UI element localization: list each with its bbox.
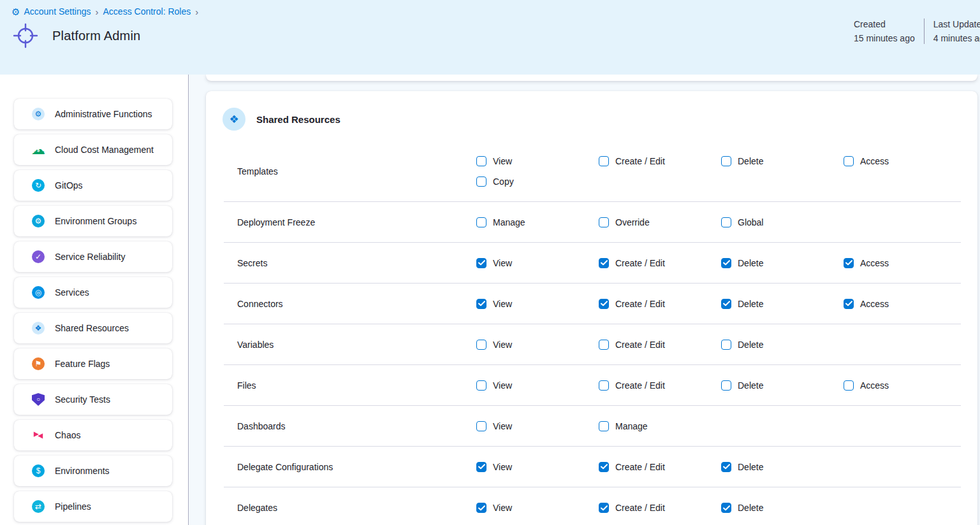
checkbox-deployment-freeze-global[interactable] [721,217,731,227]
permission-cell: View [476,380,599,391]
sidebar-item-environments[interactable]: $Environments [14,456,172,486]
permission-item-templates-copy[interactable]: Copy [476,176,599,187]
sidebar-item-services[interactable]: ◎Services [14,277,172,308]
sidebar-item-shared-resources[interactable]: ❖Shared Resources [14,313,172,343]
checkbox-variables-create-edit[interactable] [599,340,609,350]
permission-item-deployment-freeze-override[interactable]: Override [599,217,721,227]
permission-item-secrets-create-edit[interactable]: Create / Edit [599,258,721,268]
checkbox-templates-view[interactable] [476,156,486,166]
resource-name: Dashboards [224,421,476,431]
service-reliability-icon: ✓ [32,250,45,263]
checkbox-delegates-view[interactable] [476,503,486,513]
checkbox-connectors-delete[interactable] [721,299,731,309]
permission-item-connectors-view[interactable]: View [476,299,599,309]
sidebar-item-security-tests[interactable]: ○Security Tests [14,384,172,415]
permission-label: Access [860,380,889,391]
sidebar-item-service-reliability[interactable]: ✓Service Reliability [14,241,172,272]
checkbox-delegates-create-edit[interactable] [599,503,609,513]
permission-label: Delete [738,462,763,472]
sidebar-item-pipelines[interactable]: ⇄Pipelines [14,491,172,522]
permission-item-templates-view[interactable]: View [476,156,599,166]
checkbox-files-delete[interactable] [721,380,731,391]
table-row-templates: TemplatesViewCopyCreate / EditDeleteAcce… [224,141,961,202]
permission-cell: Delete [721,299,844,309]
permission-item-secrets-delete[interactable]: Delete [721,258,844,268]
permission-label: View [493,380,512,391]
permission-item-secrets-view[interactable]: View [476,258,599,268]
shield-icon: ○ [32,393,45,406]
permission-item-deployment-freeze-manage[interactable]: Manage [476,217,599,227]
permission-label: Create / Edit [615,299,665,309]
checkbox-files-view[interactable] [476,380,486,391]
permission-label: Delete [738,503,763,513]
sidebar-item-cloud-cost-management[interactable]: ☁$Cloud Cost Management [14,134,172,165]
permission-item-delegates-view[interactable]: View [476,503,599,513]
environment-groups-icon: ⚙ [32,215,45,227]
breadcrumb-link-account-settings[interactable]: Account Settings [24,6,91,17]
checkbox-variables-view[interactable] [476,340,486,350]
checkbox-files-create-edit[interactable] [599,380,609,391]
permission-label: View [493,462,512,472]
sidebar-item-environment-groups[interactable]: ⚙Environment Groups [14,206,172,236]
checkbox-delegate-configurations-delete[interactable] [721,462,731,472]
checkbox-templates-access[interactable] [844,156,854,166]
checkbox-secrets-access[interactable] [844,258,854,268]
sidebar-item-label: GitOps [55,180,83,191]
checkbox-connectors-view[interactable] [476,299,486,309]
checkbox-templates-copy[interactable] [476,176,486,187]
checkbox-delegates-delete[interactable] [721,503,731,513]
permission-item-files-view[interactable]: View [476,380,599,391]
resource-name: Delegate Configurations [224,462,476,472]
permission-label: Manage [615,421,648,431]
sidebar-item-administrative-functions[interactable]: ⚙Administrative Functions [14,99,172,129]
permission-item-connectors-delete[interactable]: Delete [721,299,844,309]
checkbox-files-access[interactable] [844,380,854,391]
permission-item-deployment-freeze-global[interactable]: Global [721,217,844,227]
table-row-files: FilesViewCreate / EditDeleteAccess [224,365,961,406]
permission-item-templates-create-edit[interactable]: Create / Edit [599,156,721,166]
checkbox-dashboards-manage[interactable] [599,421,609,431]
permission-item-connectors-create-edit[interactable]: Create / Edit [599,299,721,309]
checkbox-templates-create-edit[interactable] [599,156,609,166]
permission-cell: View [476,340,599,350]
checkbox-deployment-freeze-override[interactable] [599,217,609,227]
checkbox-connectors-access[interactable] [844,299,854,309]
checkbox-delegate-configurations-view[interactable] [476,462,486,472]
permission-item-files-delete[interactable]: Delete [721,380,844,391]
permission-label: Global [738,217,763,227]
checkbox-connectors-create-edit[interactable] [599,299,609,309]
permission-item-delegates-create-edit[interactable]: Create / Edit [599,503,721,513]
permission-cell: Delete [721,340,844,350]
permission-item-files-access[interactable]: Access [844,380,961,391]
permissions-table: TemplatesViewCopyCreate / EditDeleteAcce… [224,141,961,525]
permission-item-delegate-configurations-view[interactable]: View [476,462,599,472]
checkbox-variables-delete[interactable] [721,340,731,350]
checkbox-secrets-create-edit[interactable] [599,258,609,268]
table-row-secrets: SecretsViewCreate / EditDeleteAccess [224,243,961,284]
permission-item-variables-create-edit[interactable]: Create / Edit [599,340,721,350]
permission-item-variables-delete[interactable]: Delete [721,340,844,350]
permission-cell: Create / Edit [599,258,721,268]
permission-item-files-create-edit[interactable]: Create / Edit [599,380,721,391]
breadcrumb-link-access-control-roles[interactable]: Access Control: Roles [103,6,191,17]
permission-item-delegates-delete[interactable]: Delete [721,503,844,513]
permission-item-variables-view[interactable]: View [476,340,599,350]
permission-item-delegate-configurations-delete[interactable]: Delete [721,462,844,472]
checkbox-dashboards-view[interactable] [476,421,486,431]
created-value: 15 minutes ago [854,31,915,45]
permission-item-delegate-configurations-create-edit[interactable]: Create / Edit [599,462,721,472]
permission-item-secrets-access[interactable]: Access [844,258,961,268]
checkbox-delegate-configurations-create-edit[interactable] [599,462,609,472]
sidebar-item-feature-flags[interactable]: ⚑Feature Flags [14,349,172,379]
checkbox-secrets-view[interactable] [476,258,486,268]
permission-item-connectors-access[interactable]: Access [844,299,961,309]
permission-item-templates-delete[interactable]: Delete [721,156,844,166]
checkbox-templates-delete[interactable] [721,156,731,166]
checkbox-secrets-delete[interactable] [721,258,731,268]
checkbox-deployment-freeze-manage[interactable] [476,217,486,227]
sidebar-item-gitops[interactable]: ↻GitOps [14,170,172,201]
permission-item-dashboards-view[interactable]: View [476,421,599,431]
sidebar-item-chaos[interactable]: Chaos [14,420,172,450]
permission-item-dashboards-manage[interactable]: Manage [599,421,721,431]
permission-item-templates-access[interactable]: Access [844,156,961,166]
